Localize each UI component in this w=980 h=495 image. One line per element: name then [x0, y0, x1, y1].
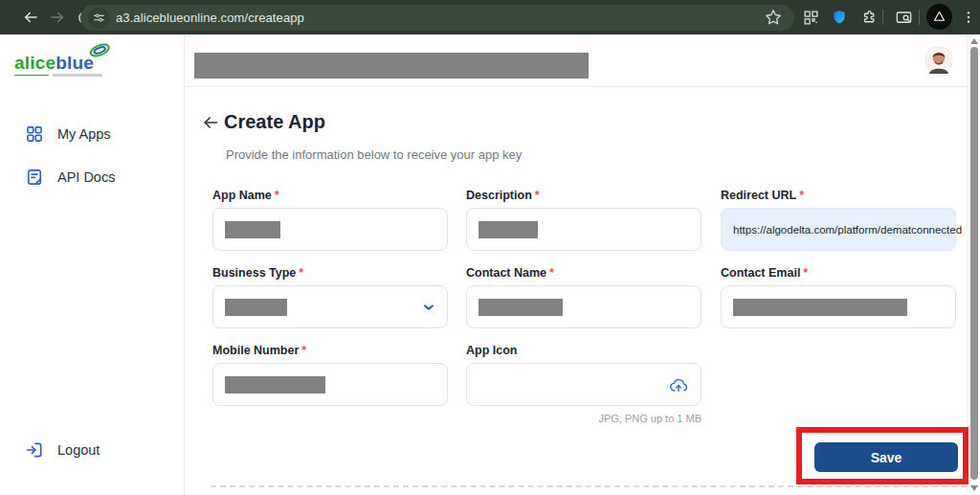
field-redirect-url: Redirect URL* https://algodelta.com/plat… — [721, 189, 956, 251]
browser-menu-icon[interactable] — [955, 0, 980, 34]
field-contact-email: Contact Email* — [721, 266, 956, 328]
redacted-value — [733, 299, 907, 316]
field-business-type: Business Type* — [212, 266, 448, 328]
privacy-shield-icon[interactable] — [826, 0, 853, 34]
sidebar-item-api-docs[interactable]: API Docs — [25, 168, 115, 187]
field-contact-name: Contact Name* — [466, 266, 702, 328]
required-marker: * — [803, 266, 808, 280]
page-title: Create App — [224, 111, 325, 133]
field-label: Business Type* — [212, 266, 448, 280]
logo-swoosh-icon — [87, 42, 112, 62]
scrollbar-down-arrow[interactable] — [970, 485, 978, 491]
redacted-value — [225, 299, 287, 316]
redacted-value — [225, 221, 280, 238]
redacted-value — [479, 221, 538, 238]
toolbar-separator — [919, 10, 920, 25]
field-label: Contact Email* — [721, 266, 956, 280]
back-arrow-icon[interactable] — [201, 113, 220, 132]
field-label: Description* — [466, 189, 702, 202]
field-label: Mobile Number* — [212, 344, 448, 357]
page-subtitle: Provide the information below to receive… — [226, 147, 522, 162]
url-bar[interactable]: a3.aliceblueonline.com/createapp — [80, 5, 794, 31]
required-marker: * — [299, 266, 303, 280]
chevron-down-icon — [422, 301, 435, 318]
required-marker: * — [275, 189, 279, 202]
header-divider — [186, 86, 967, 87]
field-label: Redirect URL* — [721, 189, 956, 202]
scrollbar-thumb[interactable] — [970, 47, 978, 480]
sidebar-item-my-apps[interactable]: My Apps — [25, 124, 111, 144]
toolbar-separator — [882, 10, 883, 25]
screenshot-root: a3.aliceblueonline.com/createapp — [0, 0, 980, 495]
document-icon — [25, 168, 44, 187]
sidebar-item-label: Logout — [57, 442, 100, 458]
forward-icon[interactable] — [44, 0, 71, 34]
url-text[interactable]: a3.aliceblueonline.com/createapp — [116, 11, 304, 25]
sidebar-item-logout[interactable]: Logout — [25, 440, 100, 460]
description-input[interactable] — [466, 208, 702, 251]
aliceblue-logo: aliceblue — [14, 54, 129, 77]
bookmark-star-icon[interactable] — [764, 8, 783, 31]
user-avatar[interactable] — [924, 46, 953, 75]
field-label: Contact Name* — [466, 266, 702, 280]
browser-toolbar: a3.aliceblueonline.com/createapp — [0, 0, 980, 34]
browser-profile-avatar[interactable] — [926, 4, 952, 30]
app-icon-upload[interactable] — [466, 363, 702, 406]
contact-email-input[interactable] — [721, 285, 956, 328]
contact-name-input[interactable] — [466, 285, 702, 328]
logo-wordmark: aliceblue — [14, 54, 129, 73]
redacted-value — [225, 376, 325, 394]
sidebar: aliceblue My Apps API Docs Logout — [0, 34, 185, 495]
bottom-dashed-divider — [211, 485, 967, 487]
back-icon[interactable] — [17, 0, 44, 34]
redacted-banner — [194, 53, 589, 79]
mobile-number-input[interactable] — [212, 363, 448, 406]
save-button[interactable]: Save — [814, 442, 958, 472]
field-app-name: App Name* — [212, 189, 448, 251]
field-app-icon: App Icon JPG, PNG up to 1 MB — [466, 344, 702, 424]
logout-icon — [25, 440, 44, 460]
grid-icon — [25, 124, 44, 144]
field-mobile-number: Mobile Number* — [212, 344, 448, 406]
app-name-input[interactable] — [212, 208, 448, 251]
scrollbar-up-arrow[interactable] — [970, 38, 978, 44]
field-label: App Name* — [212, 189, 448, 202]
field-label: App Icon — [466, 344, 702, 357]
tab-search-icon[interactable] — [890, 0, 917, 34]
required-marker: * — [301, 344, 306, 357]
sidebar-item-label: My Apps — [57, 126, 111, 142]
redirect-url-value: https://algodelta.com/platform/dematconn… — [733, 224, 962, 236]
extensions-icon[interactable] — [856, 0, 882, 34]
cloud-upload-icon[interactable] — [668, 375, 689, 400]
field-description: Description* — [466, 189, 702, 251]
business-type-select[interactable] — [212, 285, 448, 328]
required-marker: * — [549, 266, 554, 280]
site-settings-icon[interactable] — [88, 8, 109, 29]
required-marker: * — [799, 189, 804, 202]
app-icon-helper-text: JPG, PNG up to 1 MB — [466, 413, 702, 424]
redirect-url-input[interactable]: https://algodelta.com/platform/dematconn… — [721, 208, 956, 251]
page-scrollbar[interactable] — [967, 34, 980, 495]
logo-tagline — [14, 74, 129, 77]
required-marker: * — [535, 189, 540, 202]
redacted-value — [479, 299, 563, 316]
sidebar-item-label: API Docs — [57, 169, 115, 185]
qr-code-icon[interactable] — [797, 0, 824, 34]
